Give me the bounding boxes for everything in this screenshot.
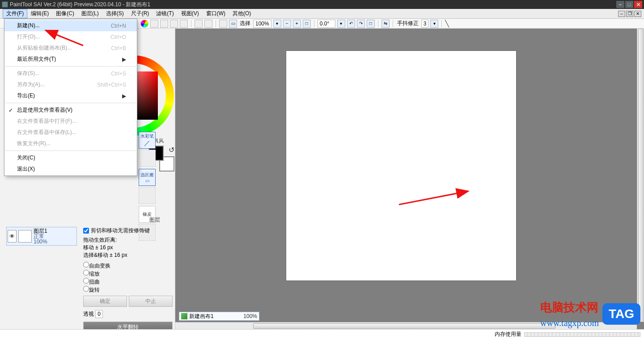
stabilizer-dropdown-icon[interactable]: ▾ (430, 20, 438, 28)
file-menu-dropdown: 新建(N)... Ctrl+N 打开(O)... Ctrl+O 从剪贴板创建画布… (4, 19, 137, 176)
tool-btn-7[interactable] (219, 20, 227, 28)
rotate-field[interactable]: 0.0° (318, 20, 335, 28)
window-titlebar: PaintTool SAI Ver.2 (64bit) Preview.2020… (0, 0, 644, 9)
menu-filter[interactable]: 滤镜(T) (153, 9, 177, 18)
canvas[interactable] (286, 51, 516, 280)
status-bar: 内存使用量 (0, 329, 644, 339)
cutmove-checkbox[interactable] (83, 228, 89, 234)
menu-edit[interactable]: 编辑(E) (27, 9, 52, 18)
move-value[interactable]: ± 16 px (94, 244, 113, 251)
close-button[interactable]: ✕ (634, 1, 642, 8)
zoom-field[interactable]: 100% (253, 20, 271, 28)
file-restore[interactable]: 恢复文件(R)... (4, 138, 137, 149)
watermark-tag: TAG (602, 303, 640, 325)
document-icon (181, 313, 187, 319)
app-icon (2, 1, 8, 8)
menu-image[interactable]: 图像(C) (52, 9, 78, 18)
layer-row[interactable]: 👁 图层1 正常 100% (6, 227, 77, 246)
menu-bar: 文件(F) 编辑(E) 图像(C) 图层(L) 选择(S) 尺子(R) 滤镜(T… (0, 9, 644, 19)
tool-seleraser[interactable]: 选区擦▭ (139, 169, 156, 186)
window-controls: – □ ✕ (616, 1, 642, 8)
tool-btn-1[interactable] (150, 20, 158, 28)
eye-icon[interactable]: 👁 (8, 230, 17, 243)
drag-distance-label: 拖动生效距离: (83, 236, 173, 244)
tool-btn-3[interactable] (170, 20, 178, 28)
zoom-in-button[interactable]: + (293, 20, 301, 28)
document-window-controls: – ❐ ✕ (618, 11, 641, 17)
file-open[interactable]: 打开(O)... Ctrl+O (4, 31, 137, 42)
vertical-scrollbar[interactable] (637, 29, 644, 322)
palette-icon[interactable] (140, 20, 148, 28)
menu-ruler[interactable]: 尺子(R) (127, 9, 153, 18)
selmove-label: 选择&移动 (83, 252, 108, 258)
zoom-fit-button[interactable]: □ (303, 20, 311, 28)
zoom-out-button[interactable]: − (283, 20, 291, 28)
menu-layer[interactable]: 图层(L) (78, 9, 102, 18)
submenu-arrow-icon: ▶ (122, 93, 126, 99)
menu-view[interactable]: 视图(V) (178, 9, 203, 18)
flip-h-icon[interactable]: ⇋ (381, 20, 390, 28)
watermark-line2: www.tagxp.com (540, 318, 599, 328)
tool-blank-2[interactable] (139, 187, 156, 204)
selmove-value[interactable]: ± 16 px (108, 252, 127, 258)
line-tool-icon[interactable]: ╲ (445, 20, 449, 28)
maximize-button[interactable]: □ (625, 1, 633, 8)
radio-distort[interactable] (83, 278, 89, 284)
menu-window[interactable]: 窗口(W) (203, 9, 229, 18)
file-always-viewer[interactable]: 总是使用文件查看器(V) (4, 105, 137, 116)
file-quit[interactable]: 退出(X) (4, 163, 137, 175)
transform-cancel-button[interactable]: 中止 (129, 296, 173, 307)
radio-scale[interactable] (83, 270, 89, 276)
document-tab[interactable]: 新建画布1 100% (179, 312, 259, 321)
menu-select[interactable]: 选择(S) (102, 9, 127, 18)
doc-restore-button[interactable]: ❐ (626, 11, 633, 17)
canvas-area (175, 29, 644, 329)
file-new[interactable]: 新建(N)... Ctrl+N (4, 20, 137, 31)
radio-free[interactable] (83, 262, 89, 268)
select-label: 选择 (240, 20, 250, 27)
file-save-in-viewer[interactable]: 在文件查看器中保存(L)... (4, 127, 137, 138)
memory-usage-label: 内存使用量 (495, 331, 521, 338)
file-save[interactable]: 保存(S)... Ctrl+S (4, 68, 137, 79)
tool-btn-6[interactable] (204, 20, 212, 28)
file-from-clipboard[interactable]: 从剪贴板创建画布(B)... Ctrl+B (4, 42, 137, 54)
rotate-ccw-button[interactable]: ↶ (347, 20, 355, 28)
layer-header: 图层 (136, 216, 173, 224)
doc-close-button[interactable]: ✕ (634, 11, 641, 17)
rotate-cw-button[interactable]: ↷ (357, 20, 365, 28)
document-tab-name: 新建画布1 (189, 313, 214, 320)
tool-btn-4[interactable] (180, 20, 188, 28)
stabilizer-field[interactable]: 3 (421, 20, 429, 28)
document-tab-zoom: 100% (243, 313, 257, 319)
tool-watercolor[interactable]: 水彩笔／ (139, 132, 156, 149)
perspective-value[interactable]: 0 (95, 310, 103, 318)
menu-file[interactable]: 文件(F) (3, 9, 27, 18)
zoom-dropdown-icon[interactable]: ▾ (273, 20, 281, 28)
tool-btn-2[interactable] (160, 20, 168, 28)
rotate-dropdown-icon[interactable]: ▾ (337, 20, 345, 28)
file-export[interactable]: 导出(E) ▶ (4, 90, 137, 101)
tool-btn-5[interactable] (195, 20, 203, 28)
color-wheel[interactable] (136, 55, 174, 136)
flip-h-button[interactable]: 水平翻转 (83, 322, 173, 329)
minimize-button[interactable]: – (616, 1, 624, 8)
radio-rotate[interactable] (83, 286, 89, 292)
move-label: 移动 (83, 244, 94, 251)
watermark: 电脑技术网 www.tagxp.com TAG (540, 300, 640, 328)
transform-ok-button[interactable]: 确定 (83, 296, 127, 307)
file-open-in-viewer[interactable]: 在文件查看器中打开(F)... (4, 116, 137, 127)
file-close[interactable]: 关闭(C) (4, 152, 137, 163)
select-tool-icon[interactable]: ▭ (229, 20, 237, 28)
rotate-reset-button[interactable]: □ (367, 20, 375, 28)
menu-other[interactable]: 其他(O) (229, 9, 254, 18)
cutmove-label: 剪切和移动无需按修饰键 (91, 227, 150, 234)
watermark-line1: 电脑技术网 (540, 300, 599, 315)
file-save-as[interactable]: 另存为(A)... Shift+Ctrl+S (4, 79, 137, 90)
file-recent[interactable]: 最近所用文件(T) ▶ (4, 54, 137, 65)
layer-opacity: 100% (34, 239, 47, 244)
stabilizer-label: 手抖修正 (397, 20, 419, 27)
submenu-arrow-icon: ▶ (122, 56, 126, 63)
memory-usage-bar (524, 332, 640, 337)
tool-blank-1[interactable] (139, 150, 156, 167)
doc-minimize-button[interactable]: – (618, 11, 625, 17)
